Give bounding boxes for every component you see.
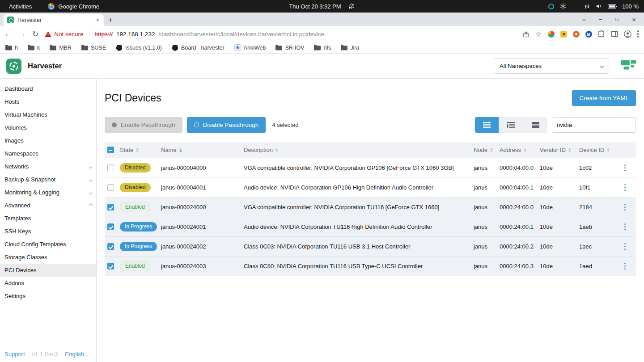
row-actions-menu[interactable] — [618, 204, 632, 211]
row-actions-menu[interactable] — [618, 243, 632, 250]
pci-devices-table: State Name Description Node Address Vend… — [105, 142, 636, 276]
extensions-puzzle-icon[interactable] — [598, 30, 605, 38]
sidebar-item-images[interactable]: Images — [0, 134, 96, 147]
back-button[interactable]: ← — [4, 29, 12, 38]
window-maximize-button[interactable]: □ — [615, 16, 619, 22]
sidebar-item-pci-devices[interactable]: PCI Devices — [0, 264, 96, 277]
not-secure-warning[interactable]: Not secure — [45, 31, 83, 38]
sidebar-item-virtual-machines[interactable]: Virtual Machines — [0, 108, 96, 121]
sidebar-item-advanced[interactable]: Advanced — [0, 199, 96, 212]
profile-avatar-icon[interactable] — [624, 30, 631, 38]
table-row[interactable]: In Progressjanus-000024002Class 0C03: NV… — [105, 237, 636, 257]
device-description: Class 0C03: NVIDIA Corporation TU116 USB… — [244, 243, 474, 250]
select-all-checkbox[interactable] — [107, 147, 114, 153]
sidebar-item-templates[interactable]: Templates — [0, 212, 96, 225]
column-header-vendor-id[interactable]: Vendor ID — [540, 147, 579, 153]
tab-search-chevron-icon[interactable] — [582, 17, 586, 21]
filter-search-input[interactable] — [552, 117, 636, 133]
share-icon[interactable] — [523, 31, 530, 38]
bookmark-issues-v1-1-0[interactable]: Issues (v1.1.0) — [116, 44, 162, 51]
address-bar[interactable]: Not secure https://192.168.1.232/dashboa… — [45, 30, 517, 38]
column-header-node[interactable]: Node — [474, 147, 500, 153]
row-actions-menu[interactable] — [618, 164, 632, 172]
device-vendor-id: 10de — [540, 164, 579, 171]
language-link[interactable]: English — [65, 351, 84, 358]
harvester-logo[interactable] — [6, 59, 21, 74]
sidebar-item-namespaces[interactable]: Namespaces — [0, 147, 96, 160]
device-description: VGA compatible controller: NVIDIA Corpor… — [244, 164, 474, 171]
column-header-description[interactable]: Description — [244, 147, 474, 153]
reload-button[interactable]: ↻ — [32, 29, 38, 39]
focused-app-menu[interactable]: Google Chrome — [48, 3, 99, 10]
row-checkbox[interactable] — [107, 204, 114, 210]
sidebar-item-storage-classes[interactable]: Storage Classes — [0, 251, 96, 264]
row-checkbox[interactable] — [107, 164, 114, 171]
row-actions-menu[interactable] — [618, 263, 632, 270]
extension-m-icon[interactable]: M — [585, 31, 592, 38]
bookmark-nfs[interactable]: nfs — [314, 45, 331, 51]
table-row[interactable]: Disabledjanus-000004000VGA compatible co… — [105, 158, 636, 178]
sidebar-item-volumes[interactable]: Volumes — [0, 121, 96, 134]
sidebar-item-dashboard[interactable]: Dashboard — [0, 82, 96, 95]
table-row[interactable]: Enabledjanus-000024000VGA compatible con… — [105, 198, 636, 217]
url-scheme: https:// — [95, 31, 113, 38]
table-row[interactable]: Enabledjanus-000024003Class 0C80: NVIDIA… — [105, 257, 636, 276]
sidebar-item-addons[interactable]: Addons — [0, 277, 96, 290]
column-header-name[interactable]: Name — [161, 147, 244, 153]
window-minimize-button[interactable]: – — [599, 16, 602, 22]
support-link[interactable]: Support — [4, 351, 25, 358]
column-header-address[interactable]: Address — [500, 147, 540, 153]
bookmark-jira[interactable]: Jira — [341, 45, 359, 51]
enable-passthrough-button[interactable]: Enable Passthrough — [105, 117, 182, 133]
activities-button[interactable]: Activities — [9, 3, 32, 10]
window-close-button[interactable]: × — [632, 16, 636, 23]
sidebar-item-monitoring-logging[interactable]: Monitoring & Logging — [0, 186, 96, 199]
row-checkbox[interactable] — [107, 263, 114, 269]
bookmark-sr-iov[interactable]: SR-IOV — [275, 45, 304, 51]
row-actions-menu[interactable] — [618, 184, 632, 191]
browser-menu-icon[interactable] — [637, 30, 639, 38]
namespace-selector[interactable]: All Namespaces — [494, 58, 609, 74]
chevron-down-icon — [89, 165, 92, 168]
bookmark-star-icon[interactable]: ☆ — [535, 30, 542, 38]
bookmark-h[interactable]: h — [5, 45, 18, 51]
clock[interactable]: Thu Oct 20 3:32 PM — [289, 3, 341, 10]
extension-pinwheel-icon[interactable] — [548, 31, 555, 38]
create-from-yaml-button[interactable]: Create from YAML — [572, 90, 636, 106]
bookmark-suse[interactable]: SUSE — [81, 45, 106, 51]
sidebar-item-label: SSH Keys — [4, 228, 31, 235]
table-row[interactable]: Disabledjanus-000004001Audio device: NVI… — [105, 178, 636, 198]
browser-tab[interactable]: Harvester × — [4, 14, 104, 26]
row-checkbox[interactable] — [107, 184, 114, 191]
tab-close-button[interactable]: × — [95, 17, 100, 23]
column-header-device-id[interactable]: Device ID — [579, 147, 618, 153]
disable-passthrough-button[interactable]: Disable Passthrough — [187, 117, 266, 133]
view-table-button[interactable] — [523, 117, 547, 133]
bookmarks-bar: hkMBRSUSEIssues (v1.1.0)Board · harveste… — [0, 42, 644, 54]
sidebar-item-hosts[interactable]: Hosts — [0, 95, 96, 108]
sidebar-item-cloud-config-templates[interactable]: Cloud Config Templates — [0, 238, 96, 251]
side-panel-icon[interactable] — [611, 30, 618, 38]
table-row[interactable]: In Progressjanus-000024001Audio device: … — [105, 217, 636, 237]
sidebar-item-networks[interactable]: Networks — [0, 160, 96, 173]
bookmark-mbr[interactable]: MBR — [50, 45, 72, 51]
view-grouped-button[interactable] — [499, 117, 523, 133]
bookmark-ankiweb[interactable]: AnkiWeb — [234, 44, 266, 51]
sidebar-item-settings[interactable]: Settings — [0, 290, 96, 303]
row-actions-menu[interactable] — [618, 223, 632, 231]
column-header-state[interactable]: State — [120, 147, 161, 153]
tray-app-indicator-icon[interactable] — [548, 4, 554, 9]
extension-yellow-icon[interactable] — [560, 31, 567, 38]
bookmark-board-harvester[interactable]: Board · harvester — [172, 44, 225, 51]
view-list-button[interactable] — [475, 117, 499, 133]
row-checkbox[interactable] — [107, 223, 114, 230]
new-tab-button[interactable]: + — [108, 16, 113, 25]
bookmark-k[interactable]: k — [28, 45, 40, 51]
extension-orange-icon[interactable] — [573, 31, 580, 38]
sidebar-item-backup-snapshot[interactable]: Backup & Snapshot — [0, 173, 96, 186]
sidebar-item-ssh-keys[interactable]: SSH Keys — [0, 225, 96, 238]
row-checkbox[interactable] — [107, 243, 114, 250]
tray-color-indicator-icon[interactable] — [560, 3, 566, 9]
forward-button[interactable]: → — [18, 29, 26, 38]
rancher-pixel-icon[interactable] — [621, 59, 636, 73]
